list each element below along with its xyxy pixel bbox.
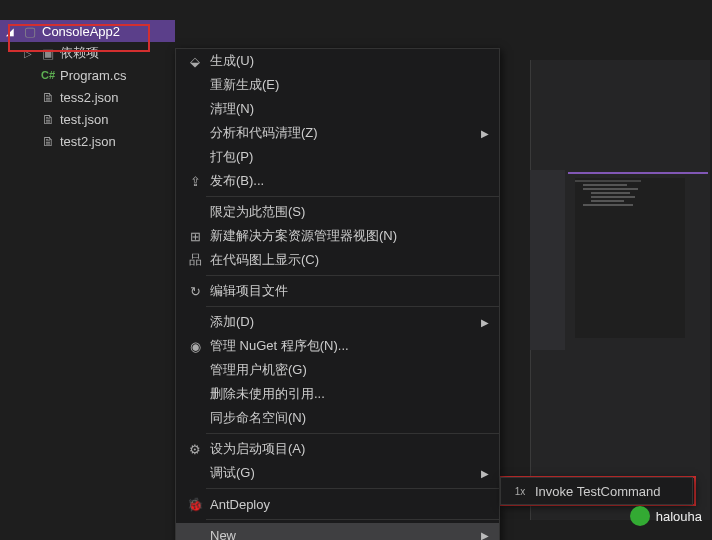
watermark: halouha bbox=[630, 506, 702, 526]
menu-invoke-testcommand[interactable]: 1xInvoke TestCommand bbox=[501, 478, 692, 504]
file-node[interactable]: 🗎 test2.json bbox=[0, 130, 175, 152]
chevron-right-icon: ▶ bbox=[481, 530, 499, 541]
menu-separator bbox=[206, 488, 499, 489]
file-node[interactable]: C# Program.cs bbox=[0, 64, 175, 86]
menu-nuget[interactable]: ◉管理 NuGet 程序包(N)... bbox=[176, 334, 499, 358]
menu-codemap[interactable]: 品在代码图上显示(C) bbox=[176, 248, 499, 272]
menu-debug[interactable]: 调试(G)▶ bbox=[176, 461, 499, 485]
menu-separator bbox=[206, 275, 499, 276]
menu-secrets[interactable]: 管理用户机密(G) bbox=[176, 358, 499, 382]
menu-unused[interactable]: 删除未使用的引用... bbox=[176, 382, 499, 406]
csharp-icon: C# bbox=[40, 69, 56, 81]
chevron-right-icon: ▶ bbox=[481, 468, 499, 479]
file-label: test.json bbox=[60, 112, 108, 127]
edit-icon: ↻ bbox=[184, 284, 206, 299]
submenu-new: 1xInvoke TestCommand bbox=[500, 477, 693, 505]
wechat-icon bbox=[630, 506, 650, 526]
menu-add[interactable]: 添加(D)▶ bbox=[176, 310, 499, 334]
menu-startup[interactable]: ⚙设为启动项目(A) bbox=[176, 437, 499, 461]
menu-analyze[interactable]: 分析和代码清理(Z)▶ bbox=[176, 121, 499, 145]
menu-pack[interactable]: 打包(P) bbox=[176, 145, 499, 169]
chevron-right-icon: ▶ bbox=[481, 128, 499, 139]
deps-label: 依赖项 bbox=[60, 44, 99, 62]
csharp-project-icon: ▢ bbox=[22, 24, 38, 39]
newview-icon: ⊞ bbox=[184, 229, 206, 244]
dependencies-node[interactable]: ▷ ▣ 依赖项 bbox=[0, 42, 175, 64]
menu-clean[interactable]: 清理(N) bbox=[176, 97, 499, 121]
menu-editproj[interactable]: ↻编辑项目文件 bbox=[176, 279, 499, 303]
file-node[interactable]: 🗎 test.json bbox=[0, 108, 175, 130]
menu-separator bbox=[206, 306, 499, 307]
menu-publish[interactable]: ⇪发布(B)... bbox=[176, 169, 499, 193]
chevron-right-icon: ▶ bbox=[481, 317, 499, 328]
menu-new[interactable]: New▶ bbox=[176, 523, 499, 540]
json-icon: 🗎 bbox=[40, 134, 56, 149]
file-node[interactable]: 🗎 tess2.json bbox=[0, 86, 175, 108]
file-label: tess2.json bbox=[60, 90, 119, 105]
menu-syncns[interactable]: 同步命名空间(N) bbox=[176, 406, 499, 430]
menu-antdeploy[interactable]: 🐞AntDeploy bbox=[176, 492, 499, 516]
project-node[interactable]: ◢ ▢ ConsoleApp2 bbox=[0, 20, 175, 42]
gear-icon: ⚙ bbox=[184, 442, 206, 457]
menu-separator bbox=[206, 519, 499, 520]
caret-icon: ▷ bbox=[24, 48, 36, 59]
watermark-text: halouha bbox=[656, 509, 702, 524]
deps-icon: ▣ bbox=[40, 46, 56, 61]
menu-scope[interactable]: 限定为此范围(S) bbox=[176, 200, 499, 224]
menu-build[interactable]: ⬙生成(U) bbox=[176, 49, 499, 73]
json-icon: 🗎 bbox=[40, 112, 56, 127]
publish-icon: ⇪ bbox=[184, 174, 206, 189]
json-icon: 🗎 bbox=[40, 90, 56, 105]
solution-explorer: ◢ ▢ ConsoleApp2 ▷ ▣ 依赖项 C# Program.cs 🗎 … bbox=[0, 0, 175, 152]
menu-separator bbox=[206, 196, 499, 197]
menu-newview[interactable]: ⊞新建解决方案资源管理器视图(N) bbox=[176, 224, 499, 248]
menu-separator bbox=[206, 433, 499, 434]
project-label: ConsoleApp2 bbox=[42, 24, 120, 39]
file-label: test2.json bbox=[60, 134, 116, 149]
caret-icon: ◢ bbox=[6, 26, 18, 37]
nuget-icon: ◉ bbox=[184, 339, 206, 354]
context-menu: ⬙生成(U) 重新生成(E) 清理(N) 分析和代码清理(Z)▶ 打包(P) ⇪… bbox=[175, 48, 500, 540]
build-icon: ⬙ bbox=[184, 54, 206, 69]
command-icon: 1x bbox=[509, 486, 531, 497]
bug-icon: 🐞 bbox=[184, 497, 206, 512]
codemap-icon: 品 bbox=[184, 251, 206, 269]
menu-rebuild[interactable]: 重新生成(E) bbox=[176, 73, 499, 97]
file-label: Program.cs bbox=[60, 68, 126, 83]
